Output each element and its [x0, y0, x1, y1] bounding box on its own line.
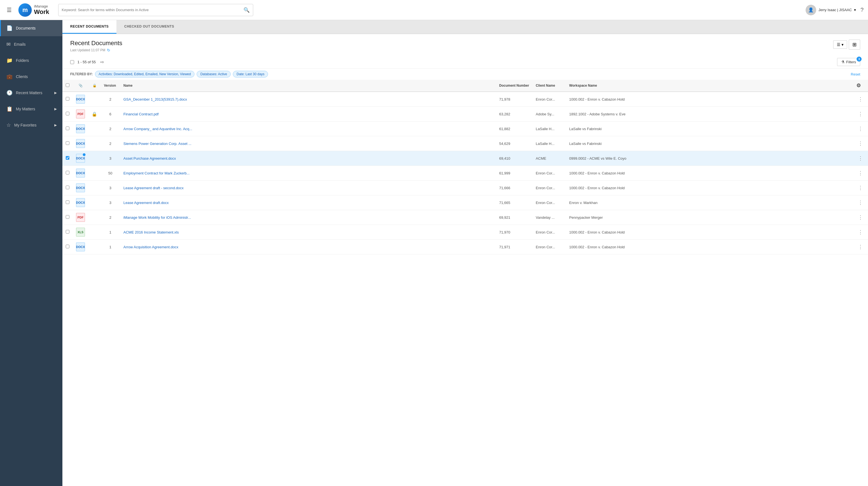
row-more-button[interactable]: ⋮	[856, 199, 865, 206]
row-more-button[interactable]: ⋮	[856, 96, 865, 102]
sidebar-item-clients[interactable]: 💼 Clients	[0, 68, 62, 85]
sidebar-item-recent-matters[interactable]: 🕐 Recent Matters ▶	[0, 85, 62, 101]
row-doc-number: 61,999	[496, 166, 532, 181]
row-more-button[interactable]: ⋮	[856, 244, 865, 250]
content-body: Recent Documents Last Updated 11:07 PM ↻…	[62, 34, 868, 486]
row-checkbox-cell	[62, 136, 73, 151]
row-checkbox[interactable]	[66, 215, 69, 219]
row-checkbox[interactable]	[66, 141, 69, 145]
my-favorites-icon: ☆	[6, 122, 11, 128]
doc-name-link[interactable]: ACME 2016 Income Statement.xls	[123, 230, 179, 234]
row-lock-cell	[88, 225, 100, 240]
row-name-cell: Arrow Acquisition Agreement.docx	[120, 240, 496, 254]
reset-button[interactable]: Reset	[851, 72, 860, 77]
row-checkbox[interactable]	[66, 112, 69, 115]
doc-name-link[interactable]: GSA_December 1_2013(53915.7).docx	[123, 97, 187, 101]
avatar: 👤	[806, 5, 816, 15]
filter-button[interactable]: ⚗ Filters 3	[837, 58, 860, 66]
filter-chip-date[interactable]: Date: Last 30 days	[233, 71, 268, 78]
recent-matters-icon: 🕐	[6, 90, 12, 96]
row-checkbox-cell	[62, 92, 73, 107]
refresh-icon[interactable]: ↻	[107, 48, 110, 52]
row-name-cell: Asset Purchase Agreement.docx	[120, 151, 496, 166]
row-more-button[interactable]: ⋮	[856, 170, 865, 176]
row-checkbox[interactable]	[66, 245, 69, 248]
sidebar-item-documents[interactable]: 📄 Documents	[0, 20, 62, 36]
doc-name-link[interactable]: Financial Contract.pdf	[123, 112, 158, 116]
row-more-button[interactable]: ⋮	[856, 111, 865, 117]
filter-chip-activities[interactable]: Activities: Downloaded, Edited, Emailed,…	[95, 71, 194, 78]
row-lock-cell	[88, 151, 100, 166]
row-doc-icon-cell: DOCX	[73, 136, 88, 151]
clients-icon: 💼	[6, 73, 12, 80]
row-more-button[interactable]: ⋮	[856, 214, 865, 221]
row-checkbox[interactable]	[66, 171, 69, 175]
col-header-lock: 🔒	[88, 80, 100, 92]
logo-imanage: iManage	[34, 4, 49, 8]
row-workspace-name: 1000.002 - Enron v. Cabazon Hold	[566, 240, 853, 254]
row-checkbox-cell	[62, 210, 73, 225]
doc-name-link[interactable]: Lease Agreement draft.docx	[123, 201, 169, 205]
sidebar-item-emails[interactable]: ✉ Emails	[0, 36, 62, 52]
filter-icon: ⚗	[841, 60, 845, 64]
doc-name-link[interactable]: Siemens Power Generation Corp. Asset ...	[123, 142, 191, 146]
filter-chip-databases[interactable]: Databases: Active	[197, 71, 231, 78]
sidebar-item-my-matters[interactable]: 📋 My Matters ▶	[0, 101, 62, 117]
row-checkbox-cell	[62, 240, 73, 254]
search-bar[interactable]: 🔍	[58, 4, 253, 16]
row-workspace-name: 0999.0002 - ACME vs Wile E. Coyo	[566, 151, 853, 166]
row-checkbox[interactable]	[66, 156, 69, 160]
doc-name-link[interactable]: Lease Agreement draft - second.docx	[123, 186, 184, 190]
row-more-button[interactable]: ⋮	[856, 140, 865, 147]
row-checkbox[interactable]	[66, 200, 69, 204]
doc-name-link[interactable]: Asset Purchase Agreement.docx	[123, 156, 176, 160]
list-view-button[interactable]: ☰ ▾	[833, 40, 847, 49]
export-icon[interactable]: ⇨	[100, 59, 104, 65]
tab-checked-out-documents[interactable]: CHECKED OUT DOCUMENTS	[117, 20, 182, 34]
sidebar-item-label: Clients	[16, 74, 28, 79]
row-name-cell: Financial Contract.pdf	[120, 107, 496, 121]
select-all-checkbox[interactable]	[70, 60, 74, 64]
doc-type-icon: DOCX	[76, 242, 85, 251]
row-doc-icon-cell: DOCX	[73, 121, 88, 136]
row-checkbox[interactable]	[66, 230, 69, 234]
row-more-button[interactable]: ⋮	[856, 125, 865, 132]
doc-name-link[interactable]: Arrow Acquisition Agreement.docx	[123, 245, 178, 249]
doc-type-icon: XLS	[76, 228, 85, 237]
sidebar-item-folders[interactable]: 📁 Folders	[0, 52, 62, 68]
folders-icon: 📁	[6, 57, 12, 64]
row-workspace-name: 1000.002 - Enron v. Cabazon Hold	[566, 181, 853, 195]
row-checkbox[interactable]	[66, 97, 69, 100]
help-icon[interactable]: ?	[861, 7, 864, 13]
sidebar-item-label: My Favorites	[14, 123, 36, 127]
sidebar-item-my-favorites[interactable]: ☆ My Favorites ▶	[0, 117, 62, 133]
user-menu[interactable]: 👤 Jerry Isaac | JISAAC ▾	[806, 5, 856, 15]
doc-name-link[interactable]: Employment Contract for Mark Zuckerb...	[123, 171, 190, 175]
row-checkbox[interactable]	[66, 126, 69, 130]
row-doc-icon-cell: DOCX	[73, 151, 88, 166]
row-more-button[interactable]: ⋮	[856, 229, 865, 236]
table-header-row: 📎 🔒 Version Name Document Number Client …	[62, 80, 868, 92]
filter-btn-label: Filters	[846, 60, 856, 64]
doc-name-link[interactable]: iManage Work Mobility for iOS Administr.…	[123, 215, 191, 220]
row-doc-icon-cell: PDF	[73, 210, 88, 225]
header-checkbox[interactable]	[66, 83, 69, 87]
emails-icon: ✉	[6, 41, 10, 48]
row-more-button[interactable]: ⋮	[856, 184, 865, 191]
row-version: 3	[100, 195, 120, 210]
hamburger-menu[interactable]: ☰	[4, 4, 14, 16]
search-icon[interactable]: 🔍	[244, 7, 250, 13]
col-header-client: Client Name	[532, 80, 566, 92]
col-header-attachment: 📎	[73, 80, 88, 92]
col-header-docnum: Document Number	[496, 80, 532, 92]
doc-name-link[interactable]: Arrow Company_ and Aquantive Inc. Acq...	[123, 127, 192, 131]
row-checkbox[interactable]	[66, 186, 69, 189]
table-row: DOCX3Asset Purchase Agreement.docx69,410…	[62, 151, 868, 166]
tab-recent-documents[interactable]: RECENT DOCUMENTS	[62, 20, 117, 34]
row-more-button[interactable]: ⋮	[856, 155, 865, 162]
grid-view-button[interactable]: ⊞	[849, 39, 860, 50]
gear-icon[interactable]: ⚙	[856, 83, 861, 88]
table-row: DOCX3Lease Agreement draft.docx71,665Enr…	[62, 195, 868, 210]
search-input[interactable]	[62, 8, 244, 12]
row-doc-icon-cell: DOCX	[73, 195, 88, 210]
